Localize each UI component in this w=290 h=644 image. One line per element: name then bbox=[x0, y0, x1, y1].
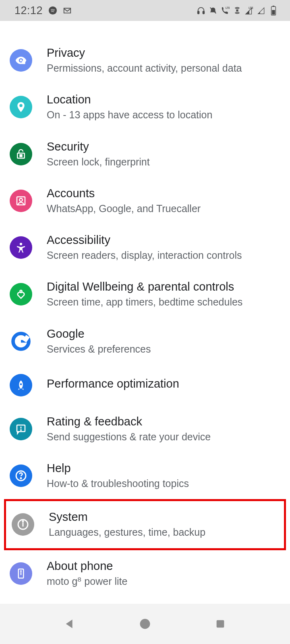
setting-subtitle: Send suggestions & rate your device bbox=[47, 431, 280, 443]
svg-rect-13 bbox=[20, 155, 22, 157]
settings-list[interactable]: Privacy Permissions, account activity, p… bbox=[0, 21, 290, 604]
volte-icon: LTE bbox=[221, 6, 230, 15]
status-right: LTE LTE bbox=[197, 6, 278, 15]
gmail-icon bbox=[63, 6, 72, 15]
setting-item-google[interactable]: Google Services & preferences bbox=[0, 318, 290, 365]
setting-title: Google bbox=[47, 327, 280, 341]
setting-item-about[interactable]: About phone moto g⁸ power lite bbox=[0, 550, 290, 597]
setting-text: Rating & feedback Send suggestions & rat… bbox=[47, 415, 280, 443]
svg-rect-9 bbox=[272, 10, 275, 14]
status-time: 12:12 bbox=[14, 4, 43, 17]
svg-rect-2 bbox=[203, 11, 205, 14]
setting-subtitle: Languages, gestures, time, backup bbox=[49, 526, 274, 539]
setting-title: Accessibility bbox=[47, 233, 280, 247]
navigation-bar bbox=[0, 604, 290, 644]
svg-rect-8 bbox=[273, 6, 274, 7]
setting-item-performance[interactable]: Performance optimization bbox=[0, 365, 290, 406]
nav-home-button[interactable] bbox=[137, 616, 153, 632]
setting-subtitle: How-to & troubleshooting topics bbox=[47, 477, 280, 490]
svg-text:LTE: LTE bbox=[249, 6, 253, 9]
setting-text: Accounts WhatsApp, Google, and Truecalle… bbox=[47, 187, 280, 215]
status-bar: 12:12 LTE LTE bbox=[0, 0, 290, 21]
svg-point-15 bbox=[19, 198, 23, 202]
alarm-off-icon bbox=[209, 6, 218, 15]
system-icon bbox=[12, 513, 34, 536]
signal-lte-icon: LTE bbox=[245, 6, 254, 15]
setting-text: Google Services & preferences bbox=[47, 327, 280, 355]
help-icon bbox=[10, 464, 32, 487]
setting-item-privacy[interactable]: Privacy Permissions, account activity, p… bbox=[0, 37, 290, 84]
location-icon bbox=[10, 96, 32, 118]
setting-item-wellbeing[interactable]: Digital Wellbeing & parental controls Sc… bbox=[0, 271, 290, 318]
google-icon bbox=[10, 330, 32, 353]
setting-title: Help bbox=[47, 462, 280, 475]
battery-icon bbox=[269, 6, 278, 15]
setting-subtitle: Services & preferences bbox=[47, 343, 280, 355]
setting-text: Accessibility Screen readers, display, i… bbox=[47, 233, 280, 262]
setting-title: Accounts bbox=[47, 187, 280, 200]
setting-text: Privacy Permissions, account activity, p… bbox=[47, 46, 280, 74]
setting-title: Security bbox=[47, 140, 280, 153]
svg-point-22 bbox=[21, 430, 21, 431]
svg-point-24 bbox=[21, 478, 21, 479]
setting-text: Digital Wellbeing & parental controls Sc… bbox=[47, 280, 280, 308]
setting-title: Performance optimization bbox=[47, 377, 280, 390]
setting-item-help[interactable]: Help How-to & troubleshooting topics bbox=[0, 452, 290, 499]
setting-subtitle: Screen time, app timers, bedtime schedul… bbox=[47, 296, 280, 308]
svg-point-16 bbox=[20, 243, 22, 245]
setting-title: Digital Wellbeing & parental controls bbox=[47, 280, 280, 293]
status-left: 12:12 bbox=[14, 4, 72, 17]
setting-text: About phone moto g⁸ power lite bbox=[47, 559, 280, 588]
setting-subtitle: WhatsApp, Google, and Truecaller bbox=[47, 202, 280, 215]
nav-recent-button[interactable] bbox=[212, 616, 228, 632]
performance-icon bbox=[10, 374, 32, 396]
svg-text:LTE: LTE bbox=[226, 6, 230, 9]
setting-item-security[interactable]: Security Screen lock, fingerprint bbox=[0, 131, 290, 178]
about-icon bbox=[10, 562, 32, 585]
spotify-icon bbox=[48, 6, 57, 15]
svg-point-5 bbox=[236, 10, 238, 11]
setting-subtitle: Screen readers, display, interaction con… bbox=[47, 249, 280, 262]
privacy-icon bbox=[10, 49, 32, 72]
setting-item-accounts[interactable]: Accounts WhatsApp, Google, and Truecalle… bbox=[0, 178, 290, 224]
setting-text: Help How-to & troubleshooting topics bbox=[47, 462, 280, 490]
security-icon bbox=[10, 143, 32, 165]
svg-rect-32 bbox=[216, 620, 224, 628]
svg-rect-1 bbox=[198, 11, 199, 14]
setting-title: System bbox=[49, 510, 274, 524]
setting-text: Security Screen lock, fingerprint bbox=[47, 140, 280, 168]
setting-text: System Languages, gestures, time, backup bbox=[49, 510, 274, 539]
hotspot-icon bbox=[233, 6, 242, 15]
svg-point-27 bbox=[23, 521, 23, 522]
setting-title: Rating & feedback bbox=[47, 415, 280, 428]
setting-title: About phone bbox=[47, 559, 280, 573]
setting-item-accessibility[interactable]: Accessibility Screen readers, display, i… bbox=[0, 224, 290, 271]
rating-icon bbox=[10, 418, 32, 440]
svg-point-19 bbox=[20, 383, 22, 385]
setting-subtitle: Screen lock, fingerprint bbox=[47, 156, 280, 168]
setting-text: Location On - 13 apps have access to loc… bbox=[47, 93, 280, 121]
svg-point-31 bbox=[140, 619, 150, 629]
setting-text: Performance optimization bbox=[47, 377, 280, 393]
setting-item-location[interactable]: Location On - 13 apps have access to loc… bbox=[0, 84, 290, 130]
setting-title: Privacy bbox=[47, 46, 280, 60]
wellbeing-icon bbox=[10, 283, 32, 305]
setting-subtitle: Permissions, account activity, personal … bbox=[47, 62, 280, 74]
accounts-icon bbox=[10, 190, 32, 212]
setting-title: Location bbox=[47, 93, 280, 106]
signal-icon bbox=[257, 6, 266, 15]
highlight-system: System Languages, gestures, time, backup bbox=[4, 499, 286, 550]
nav-back-button[interactable] bbox=[62, 616, 78, 632]
headphones-icon bbox=[197, 6, 205, 15]
svg-point-30 bbox=[21, 571, 21, 572]
setting-subtitle: On - 13 apps have access to location bbox=[47, 109, 280, 121]
setting-item-system[interactable]: System Languages, gestures, time, backup bbox=[6, 501, 284, 548]
accessibility-icon bbox=[10, 236, 32, 259]
setting-subtitle: moto g⁸ power lite bbox=[47, 575, 280, 588]
setting-item-rating[interactable]: Rating & feedback Send suggestions & rat… bbox=[0, 406, 290, 452]
